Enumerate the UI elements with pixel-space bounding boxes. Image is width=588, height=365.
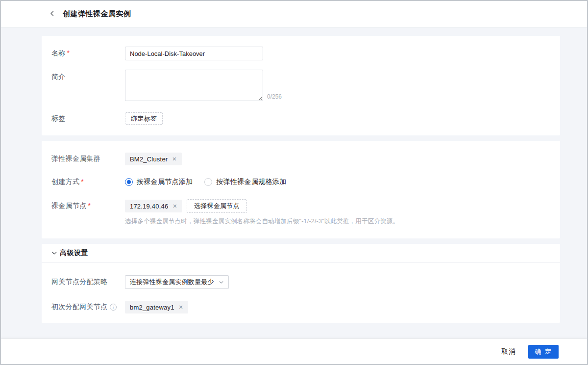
node-row: 裸金属节点* 172.19.40.46 ✕ 选择裸金属节点: [51, 199, 550, 213]
cancel-button[interactable]: 取消: [501, 347, 515, 356]
action-footer: 取消 确 定: [1, 339, 587, 364]
cluster-chip-text: BM2_Cluster: [130, 156, 168, 163]
cluster-chip: BM2_Cluster ✕: [125, 153, 182, 165]
remove-node-icon[interactable]: ✕: [172, 204, 177, 209]
select-node-button[interactable]: 选择裸金属节点: [187, 199, 247, 213]
radio-option-label: 按裸金属节点添加: [137, 178, 193, 186]
chevron-down-icon: [219, 278, 224, 287]
advanced-settings-toggle[interactable]: 高级设置: [42, 244, 560, 263]
gateway-policy-label: 网关节点分配策略: [51, 278, 125, 287]
required-mark: *: [88, 202, 91, 209]
info-icon: i: [110, 304, 117, 311]
tag-label: 标签: [51, 114, 125, 123]
initial-gateway-row: 初次分配网关节点 i bm2_gateway1 ✕: [51, 301, 550, 313]
radio-unchecked-icon: [204, 178, 212, 186]
node-controls: 172.19.40.46 ✕ 选择裸金属节点: [125, 199, 247, 213]
form-body: 名称* 简介 0/256 标签 绑定标签 弹性裸金属集群 BM2_Cluster: [1, 27, 587, 339]
node-label: 裸金属节点*: [51, 202, 125, 210]
cluster-row: 弹性裸金属集群 BM2_Cluster ✕: [51, 153, 550, 165]
create-mode-row: 创建方式* 按裸金属节点添加 按弹性裸金属规格添加: [51, 178, 550, 186]
initial-gateway-label: 初次分配网关节点 i: [51, 303, 125, 312]
remove-cluster-icon[interactable]: ✕: [172, 156, 176, 162]
page-header: 创建弹性裸金属实例: [1, 1, 587, 27]
char-counter: 0/256: [267, 93, 282, 101]
create-mode-radio-group: 按裸金属节点添加 按弹性裸金属规格添加: [125, 178, 286, 186]
description-label: 简介: [51, 70, 125, 81]
tag-row: 标签 绑定标签: [51, 112, 550, 125]
advanced-settings-title: 高级设置: [60, 249, 88, 258]
description-field-wrap: 0/256: [125, 70, 282, 101]
required-mark: *: [67, 49, 70, 57]
gateway-policy-select[interactable]: 连接弹性裸金属实例数量最少: [125, 275, 229, 289]
node-chip: 172.19.40.46 ✕: [125, 200, 182, 212]
radio-checked-icon: [125, 178, 133, 186]
advanced-settings-card: 高级设置 网关节点分配策略 连接弹性裸金属实例数量最少 初次分配网关节点 i: [42, 244, 560, 323]
name-row: 名称*: [51, 47, 550, 60]
remove-gateway-icon[interactable]: ✕: [179, 305, 183, 310]
gateway-policy-selected-value: 连接弹性裸金属实例数量最少: [130, 278, 214, 287]
gateway-policy-row: 网关节点分配策略 连接弹性裸金属实例数量最少: [51, 275, 550, 289]
cluster-label: 弹性裸金属集群: [51, 155, 125, 163]
node-chip-text: 172.19.40.46: [130, 203, 168, 210]
radio-option-label: 按弹性裸金属规格添加: [216, 178, 286, 186]
chevron-down-icon: [51, 249, 57, 258]
initial-gateway-chip: bm2_gateway1 ✕: [125, 301, 188, 313]
radio-option-by-node[interactable]: 按裸金属节点添加: [125, 178, 193, 186]
page-title: 创建弹性裸金属实例: [63, 9, 131, 19]
description-row: 简介 0/256: [51, 70, 550, 101]
back-button[interactable]: [48, 10, 56, 18]
radio-option-by-spec[interactable]: 按弹性裸金属规格添加: [204, 178, 286, 186]
node-hint-text: 选择多个裸金属节点时，弹性裸金属实例名称将会自动增加后缀"-1/-2/-3"以此…: [125, 217, 550, 226]
required-mark: *: [81, 178, 84, 185]
advanced-settings-content: 网关节点分配策略 连接弹性裸金属实例数量最少 初次分配网关节点 i bm2: [42, 275, 560, 323]
initial-gateway-chip-text: bm2_gateway1: [130, 304, 174, 311]
basic-info-card: 名称* 简介 0/256 标签 绑定标签: [42, 36, 560, 135]
description-textarea[interactable]: [125, 70, 263, 101]
cluster-card: 弹性裸金属集群 BM2_Cluster ✕ 创建方式* 按裸金属节点添加 按弹性…: [42, 141, 560, 238]
back-icon: [49, 10, 55, 19]
create-mode-label: 创建方式*: [51, 178, 125, 186]
bind-tag-button[interactable]: 绑定标签: [125, 112, 163, 125]
name-label: 名称*: [51, 49, 125, 58]
confirm-button[interactable]: 确 定: [528, 345, 559, 359]
create-bare-metal-instance-page: 创建弹性裸金属实例 名称* 简介 0/256 标签 绑定标签: [0, 0, 588, 365]
name-input[interactable]: [125, 47, 263, 60]
